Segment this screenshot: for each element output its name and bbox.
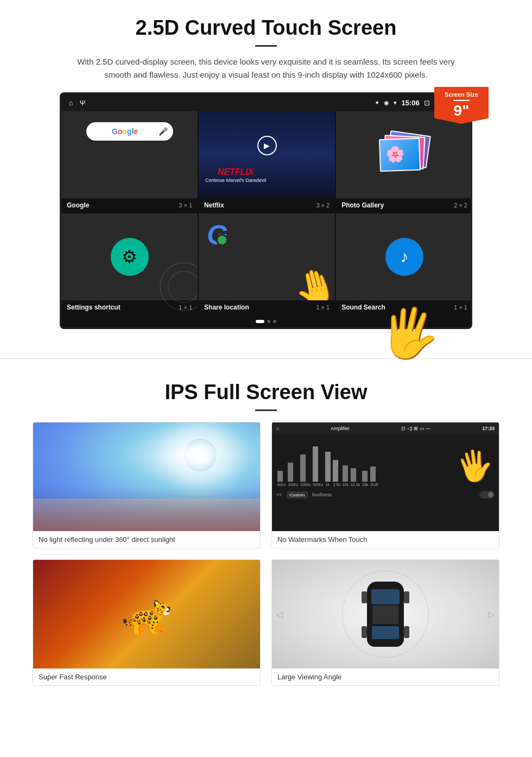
screen-size-badge: Screen Size 9" <box>434 87 489 124</box>
netflix-grid-size: 3 × 2 <box>316 202 330 209</box>
share-label-row: Share location 1 × 1 <box>199 300 335 314</box>
app-grid-row2: ⚙ Settings shortcut 1 × 1 G <box>61 213 471 316</box>
amp-toggle-dot <box>488 492 493 497</box>
car-feature: ◁ ▷ Large Viewing Angle <box>271 559 499 686</box>
ips-features-grid: No light reflecting under 360° direct su… <box>33 422 499 686</box>
amp-status-bar: ⌂ Amplifier ⊡ ◁) ⊠ ▭ — 17:33 <box>272 422 499 434</box>
sunlight-caption: No light reflecting under 360° direct su… <box>33 531 260 548</box>
gallery-grid-size: 2 × 2 <box>454 202 467 209</box>
settings-icon: ⚙ <box>111 238 149 276</box>
netflix-label-row: Netflix 3 × 2 <box>199 198 335 212</box>
google-logo: Google <box>92 127 159 136</box>
section-divider <box>0 358 532 359</box>
gallery-app-name: Photo Gallery <box>341 201 384 209</box>
section-ips: IPS Full Screen View No light reflecting… <box>0 375 532 702</box>
section1-description: With 2.5D curved-display screen, this de… <box>76 55 456 81</box>
cheetah-feature: 🐆 Super Fast Response <box>33 559 261 686</box>
share-app-name: Share location <box>204 304 249 311</box>
eq-bar-1: 60hz <box>277 471 286 487</box>
amplifier-image: ⌂ Amplifier ⊡ ◁) ⊠ ▭ — 17:33 60hz 100hz <box>272 422 499 531</box>
amp-controls: << Custom loudness <box>272 489 499 501</box>
eq-bar-8: 12.5k <box>351 468 360 487</box>
car-wheel-rear-left <box>362 626 367 638</box>
view-arrow-right: ▷ <box>488 609 495 620</box>
netflix-brand-text: NETFLIX <box>205 168 266 176</box>
external-hand-icon: 🖐 <box>375 300 445 367</box>
settings-app-name: Settings shortcut <box>67 304 121 311</box>
netflix-app-inner: ▶ NETFLIX Continue Marvel's Daredevil <box>199 111 335 198</box>
app-grid-row1: Google 🎤 Google 3 × 1 <box>61 111 471 213</box>
car-wheel-rear-right <box>404 626 409 638</box>
dot-3 <box>273 320 276 323</box>
car-windshield <box>371 589 400 604</box>
title-divider <box>255 45 277 47</box>
amp-status-icons: ⊡ ◁) ⊠ ▭ — <box>401 426 430 431</box>
eq-bar-7: 10k <box>343 465 349 487</box>
car-wheel-front-right <box>404 591 409 603</box>
bluetooth-icon: ✦ <box>375 99 379 106</box>
dot-2 <box>267 320 270 323</box>
amp-loudness-toggle[interactable] <box>479 491 495 499</box>
amp-loudness-label: loudness <box>312 492 475 497</box>
settings-app-cell[interactable]: ⚙ Settings shortcut 1 × 1 <box>61 213 198 314</box>
sound-app-name: Sound Search <box>341 304 385 311</box>
google-app-inner: Google 🎤 <box>61 111 198 198</box>
share-g-dot <box>216 234 228 246</box>
camera-icon: ⊡ <box>424 99 430 107</box>
sound-app-inner: ♪ <box>336 213 472 300</box>
car-rear-window <box>372 626 399 639</box>
home-icon[interactable]: ⌂ <box>69 99 73 107</box>
eq-bar-2: 100hz <box>288 463 298 487</box>
usb-icon: Ψ <box>80 99 86 107</box>
amp-touch-hand-icon: 🖐 <box>453 445 496 487</box>
device-wrapper: Screen Size 9" ⌂ Ψ ✦ ◉ ▾ 15:06 ⊡ ◁) <box>60 92 472 329</box>
eq-bar-sub: SUB <box>370 466 378 487</box>
car-body-topdown <box>367 582 404 647</box>
eq-bar-4: 500hz <box>313 446 323 487</box>
car-outer-ring <box>342 571 429 658</box>
section-curved-screen: 2.5D Curved Touch Screen With 2.5D curve… <box>0 0 532 342</box>
sound-icon: ♪ <box>385 238 423 276</box>
status-time: 15:06 <box>401 99 419 107</box>
sunlight-ground <box>33 488 260 531</box>
amp-time: 17:33 <box>482 426 495 431</box>
google-app-cell[interactable]: Google 🎤 Google 3 × 1 <box>61 111 198 212</box>
eq-bar-5: 1k <box>325 452 331 487</box>
share-location-app-cell[interactable]: G 🤚 Share location 1 × 1 <box>199 213 335 314</box>
amp-title: Amplifier <box>331 426 350 431</box>
netflix-app-cell[interactable]: ▶ NETFLIX Continue Marvel's Daredevil Ne… <box>199 111 335 212</box>
amplifier-feature: ⌂ Amplifier ⊡ ◁) ⊠ ▭ — 17:33 60hz 100hz <box>271 422 499 548</box>
eq-bar-6: 2.5k <box>333 460 340 487</box>
gallery-app-cell[interactable]: 🌸 Photo Gallery 2 × 2 <box>336 111 472 212</box>
share-app-inner: G 🤚 <box>199 213 335 300</box>
cheetah-emoji: 🐆 <box>121 590 172 638</box>
netflix-app-name: Netflix <box>204 201 224 209</box>
status-bar: ⌂ Ψ ✦ ◉ ▾ 15:06 ⊡ ◁) ⊠ ▭ <box>61 94 471 111</box>
settings-app-inner: ⚙ <box>61 213 198 300</box>
sound-search-app-cell[interactable]: ♪ Sound Search 1 × 1 <box>336 213 472 314</box>
android-device: ⌂ Ψ ✦ ◉ ▾ 15:06 ⊡ ◁) ⊠ ▭ <box>60 92 472 329</box>
pointing-hand-icon: 🤚 <box>289 262 335 300</box>
wifi-icon: ▾ <box>394 99 397 106</box>
amp-custom-button[interactable]: Custom <box>287 491 308 499</box>
google-mic-icon[interactable]: 🎤 <box>159 127 168 136</box>
netflix-logo-overlay: NETFLIX Continue Marvel's Daredevil <box>205 168 266 183</box>
netflix-play-button[interactable]: ▶ <box>257 136 277 155</box>
section2-divider <box>255 409 277 411</box>
sunlight-feature: No light reflecting under 360° direct su… <box>33 422 261 548</box>
gallery-label-row: Photo Gallery 2 × 2 <box>336 198 472 212</box>
google-search-bar[interactable]: Google 🎤 <box>86 122 173 141</box>
google-grid-size: 3 × 1 <box>179 202 192 209</box>
section2-title: IPS Full Screen View <box>33 381 499 404</box>
status-left: ⌂ Ψ <box>69 99 86 107</box>
car-roof-area <box>372 605 398 624</box>
section1-title: 2.5D Curved Touch Screen <box>33 16 499 40</box>
eq-bar-9: 15k <box>362 471 368 487</box>
amp-back-icon: << <box>276 492 282 497</box>
dot-1 <box>256 320 264 323</box>
location-icon: ◉ <box>384 99 389 106</box>
gallery-img-1: 🌸 <box>379 138 421 172</box>
amp-home-icon: ⌂ <box>276 426 279 431</box>
amplifier-caption: No Watermarks When Touch <box>272 531 499 548</box>
badge-label: Screen Size <box>438 91 485 98</box>
